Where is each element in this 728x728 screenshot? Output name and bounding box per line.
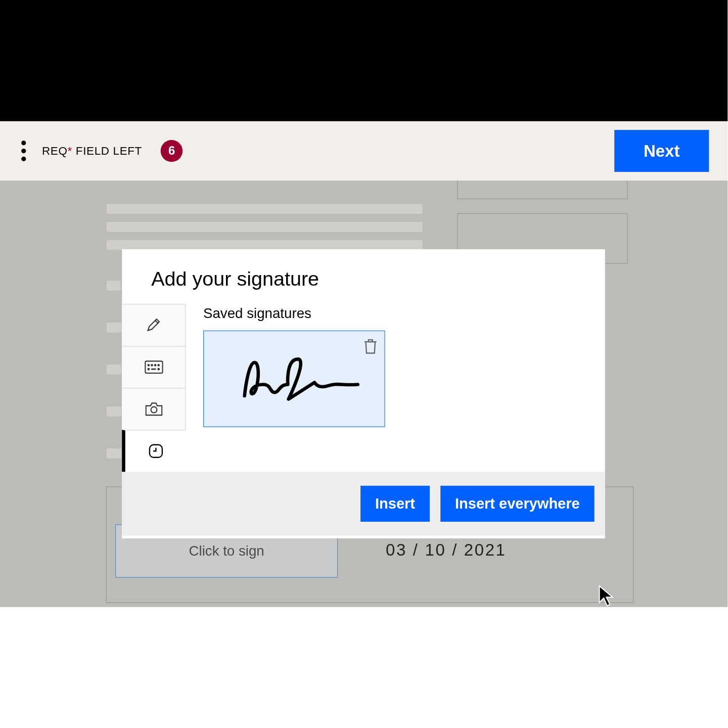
svg-point-2	[151, 365, 153, 366]
required-fields-label: REQ* FIELD LEFT	[42, 144, 142, 157]
document-canvas: Click to sign 03 / 10 / 2021 Add your si…	[0, 180, 727, 607]
form-box	[457, 180, 627, 199]
insert-button[interactable]: Insert	[360, 486, 430, 522]
next-button[interactable]: Next	[614, 130, 709, 172]
delete-signature-button[interactable]	[363, 338, 378, 355]
cursor-icon	[597, 585, 616, 607]
window-titlebar-area	[0, 0, 727, 121]
date-value: 03 / 10 / 2021	[386, 540, 506, 560]
clock-icon	[148, 444, 163, 459]
svg-point-4	[158, 365, 159, 366]
trash-icon	[363, 338, 378, 355]
tab-saved[interactable]	[122, 430, 186, 472]
insert-everywhere-button[interactable]: Insert everywhere	[440, 486, 595, 522]
signature-placeholder: Click to sign	[189, 543, 264, 559]
add-signature-modal: Add your signature	[122, 249, 605, 538]
required-count-badge: 6	[161, 140, 183, 162]
svg-rect-0	[145, 361, 162, 373]
svg-point-1	[148, 365, 149, 366]
tab-type[interactable]	[122, 346, 186, 388]
tab-photo[interactable]	[122, 388, 186, 430]
saved-signature-card[interactable]	[203, 331, 385, 427]
tab-draw[interactable]	[122, 304, 186, 346]
keyboard-icon	[144, 360, 163, 374]
svg-point-6	[158, 369, 159, 370]
saved-signatures-label: Saved signatures	[203, 305, 605, 322]
toolbar: REQ* FIELD LEFT 6 Next	[0, 121, 727, 180]
svg-point-5	[148, 369, 149, 370]
svg-point-3	[154, 365, 156, 366]
signature-mode-tabs	[122, 304, 186, 472]
pencil-icon	[146, 317, 162, 333]
more-menu-icon[interactable]	[19, 141, 26, 161]
svg-point-8	[151, 407, 157, 413]
signature-scribble	[224, 352, 365, 405]
mouse-cursor	[597, 585, 616, 607]
modal-title: Add your signature	[122, 249, 605, 291]
camera-icon	[145, 402, 162, 417]
modal-footer: Insert Insert everywhere	[122, 472, 605, 536]
